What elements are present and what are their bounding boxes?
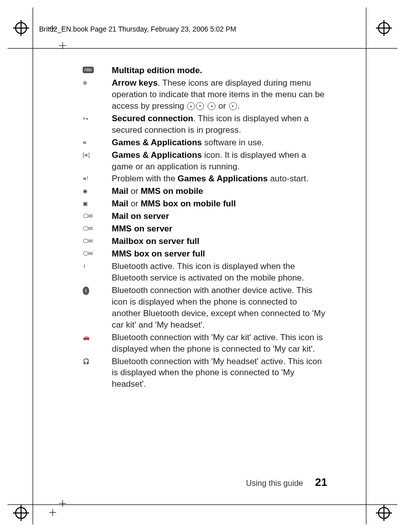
registration-mark-icon (15, 22, 27, 34)
section-title: Using this guide (246, 479, 303, 488)
bluetooth-icon: ᚼ (83, 261, 112, 270)
definition-text: Multitap edition mode. (112, 65, 327, 77)
mail-full-icon: ▣ (83, 198, 112, 207)
definition-row: 🖵✉Mail on server (83, 211, 327, 222)
definition-row: AbcMultitap edition mode. (83, 65, 327, 77)
definition-text: Bluetooth connection with 'My car kit' a… (112, 332, 327, 355)
definition-row: ▣Mail or MMS box on mobile full (83, 198, 327, 210)
definition-text: Bluetooth active. This icon is displayed… (112, 261, 327, 284)
page: Brit02_EN.book Page 21 Thursday, Februar… (0, 0, 405, 532)
icon-definition-list: AbcMultitap edition mode.⊕Arrow keys. Th… (83, 65, 327, 391)
mail-icon: ◉ (83, 186, 112, 195)
definition-text: Mail or MMS on mobile (112, 186, 327, 197)
definition-row: 🖵✉Mailbox on server full (83, 236, 327, 247)
mms-server-icon: 🖵✉ (83, 223, 112, 232)
registration-mark-icon (15, 507, 27, 519)
definition-text: Bluetooth connection with 'My headset' a… (112, 356, 327, 391)
definition-text: MMS box on server full (112, 248, 327, 260)
abc-icon: Abc (83, 65, 112, 73)
cross-mark-icon (49, 509, 56, 516)
games-warn-icon: ∝! (83, 173, 112, 182)
definition-row: ∝!Problem with the Games & Applications … (83, 173, 327, 185)
definition-row: ∝Games & Applications software in use. (83, 137, 327, 149)
definition-text: Mail or MMS box on mobile full (112, 198, 327, 210)
definition-row: ᚼBluetooth connection with another devic… (83, 285, 327, 331)
definition-row: 🖵✉MMS box on server full (83, 248, 327, 260)
definition-text: Games & Applications icon. It is display… (112, 150, 327, 173)
definition-row: ⊕Arrow keys. These icons are displayed d… (83, 78, 327, 112)
definition-row: ◉Mail or MMS on mobile (83, 186, 327, 197)
definition-row: 🖵✉MMS on server (83, 223, 327, 235)
mailbox-server-full-icon: 🖵✉ (83, 236, 112, 245)
cross-mark-icon (59, 500, 66, 507)
page-footer: Using this guide 21 (246, 476, 327, 489)
bluetooth-headset-icon: 🎧 (83, 356, 112, 365)
bluetooth-connected-icon: ᚼ (83, 285, 112, 295)
definition-text: Bluetooth connection with another device… (112, 285, 327, 331)
document-header: Brit02_EN.book Page 21 Thursday, Februar… (39, 25, 236, 33)
definition-text: Games & Applications software in use. (112, 137, 327, 149)
definition-text: Arrow keys. These icons are displayed du… (112, 78, 327, 112)
definition-row: 🗝Secured connection. This icon is displa… (83, 113, 327, 136)
bluetooth-car-icon: 🚗 (83, 332, 112, 341)
definition-row: [∝]Games & Applications icon. It is disp… (83, 150, 327, 173)
mail-server-icon: 🖵✉ (83, 211, 112, 220)
registration-mark-icon (378, 507, 390, 519)
definition-text: Problem with the Games & Applications au… (112, 173, 327, 185)
definition-row: 🎧Bluetooth connection with 'My headset' … (83, 356, 327, 391)
definition-row: ᚼBluetooth active. This icon is displaye… (83, 261, 327, 284)
cross-mark-icon (59, 42, 66, 49)
arrows-icon: ⊕ (83, 78, 112, 87)
mmsbox-server-full-icon: 🖵✉ (83, 248, 112, 257)
definition-text: Secured connection. This icon is display… (112, 113, 327, 136)
definition-row: 🚗Bluetooth connection with 'My car kit' … (83, 332, 327, 355)
key-icon: 🗝 (83, 113, 112, 122)
page-number: 21 (315, 476, 327, 489)
crop-line-right (366, 8, 366, 524)
registration-mark-icon (378, 22, 390, 34)
definition-text: Mailbox on server full (112, 236, 327, 247)
definition-text: MMS on server (112, 223, 327, 235)
definition-text: Mail on server (112, 211, 327, 222)
crop-line-left (33, 8, 33, 524)
games-icon: ∝ (83, 137, 112, 146)
games-bracket-icon: [∝] (83, 150, 112, 159)
